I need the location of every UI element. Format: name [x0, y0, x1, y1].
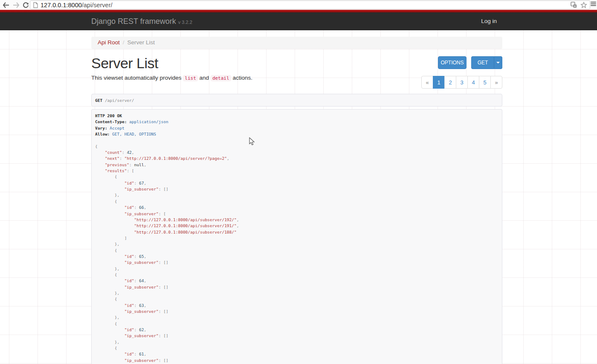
mouse-cursor: [249, 137, 255, 146]
page-description: This viewset automatically provides list…: [91, 75, 252, 81]
chevron-down-icon: [496, 62, 500, 64]
browser-menu-icon[interactable]: [591, 2, 596, 7]
options-button[interactable]: OPTIONS: [438, 56, 467, 69]
request-panel: GET /api/server/: [91, 94, 502, 107]
code-line: "http://127.0.0.1:8000/api/subserver/191…: [95, 223, 498, 229]
reload-button[interactable]: [21, 1, 30, 9]
code-line: {: [95, 248, 498, 254]
breadcrumb-current: Server List: [128, 39, 155, 46]
page-title: Server List: [91, 55, 158, 71]
code-line: "ip_subserver": []: [95, 284, 498, 290]
back-button[interactable]: [2, 1, 10, 9]
code-line: "count": 42,: [95, 150, 498, 156]
code-line: Vary: Accept: [95, 125, 498, 131]
pagination-item-2[interactable]: 2: [444, 76, 456, 89]
code-line: Content-Type: application/json: [95, 119, 498, 125]
code-line: {: [95, 174, 498, 180]
page-icon: [33, 2, 38, 8]
url-text: 127.0.0.1:8000/api/server/: [41, 2, 113, 9]
bookmark-star-icon[interactable]: [580, 2, 587, 9]
code-line: },: [95, 339, 498, 345]
code-line: "id": 63,: [95, 303, 498, 309]
code-line: {: [95, 272, 498, 278]
code-line: "ip_subserver": []: [95, 358, 498, 364]
browser-toolbar: 127.0.0.1:8000/api/server/: [0, 0, 597, 10]
login-link[interactable]: Log in: [481, 12, 497, 30]
page-action-icon[interactable]: [571, 2, 577, 8]
action-buttons: OPTIONS GET: [438, 56, 502, 69]
code-line: {: [95, 321, 498, 327]
pagination-item-3[interactable]: 3: [456, 76, 468, 89]
code-line: "id": 66,: [95, 205, 498, 211]
screen: 127.0.0.1:8000/api/server/ Django REST f…: [0, 0, 597, 364]
code-line: {: [95, 345, 498, 351]
url-path: /api/server/: [82, 2, 113, 9]
breadcrumb: Api Root/Server List: [91, 37, 502, 49]
code-line: HTTP 200 OK: [95, 113, 498, 119]
code-line: "results": [: [95, 168, 498, 174]
page-body: Api Root/Server List Server List This vi…: [0, 30, 597, 364]
code-list: list: [183, 75, 198, 81]
code-line: "id": 67,: [95, 180, 498, 186]
code-line: "id": 65,: [95, 254, 498, 260]
code-line: {: [95, 144, 498, 150]
code-detail: detail: [211, 75, 231, 81]
code-line: "ip_subserver": [: [95, 211, 498, 217]
code-line: "next": "http://127.0.0.1:8000/api/serve…: [95, 156, 498, 162]
code-line: "http://127.0.0.1:8000/api/subserver/192…: [95, 217, 498, 223]
pagination-item-1[interactable]: 1: [433, 76, 445, 89]
pagination-item-«[interactable]: «: [421, 76, 433, 89]
code-line: "id": 64,: [95, 278, 498, 284]
code-line: "ip_subserver": []: [95, 309, 498, 315]
code-line: },: [95, 241, 498, 247]
request-method: GET: [95, 98, 102, 103]
address-bar[interactable]: 127.0.0.1:8000/api/server/: [30, 0, 590, 9]
code-line: },: [95, 315, 498, 321]
response-panel: HTTP 200 OKContent-Type: application/jso…: [91, 109, 502, 364]
pagination-item-5[interactable]: 5: [479, 76, 491, 89]
pagination-item-4[interactable]: 4: [467, 76, 479, 89]
code-line: "id": 61,: [95, 351, 498, 357]
breadcrumb-api-root[interactable]: Api Root: [98, 39, 120, 46]
navbar: Django REST frameworkv 3.2.2 Log in: [0, 12, 597, 30]
code-line: "ip_subserver": []: [95, 186, 498, 192]
code-line: {: [95, 296, 498, 302]
forward-button[interactable]: [12, 1, 20, 9]
version-label: v 3.2.2: [178, 20, 192, 25]
code-line: "ip_subserver": []: [95, 260, 498, 266]
code-line: "http://127.0.0.1:8000/api/subserver/188…: [95, 229, 498, 235]
pagination: «12345»: [421, 76, 502, 89]
code-line: },: [95, 290, 498, 296]
code-line: Allow: GET, HEAD, OPTIONS: [95, 131, 498, 137]
code-line: },: [95, 192, 498, 198]
navbar-brand: Django REST frameworkv 3.2.2: [91, 12, 192, 30]
get-button[interactable]: GET: [471, 56, 494, 69]
code-line: ]: [95, 235, 498, 241]
code-line: },: [95, 266, 498, 272]
request-path: /api/server/: [102, 98, 134, 103]
code-line: [95, 137, 498, 143]
get-dropdown-button[interactable]: [494, 56, 502, 69]
code-line: {: [95, 199, 498, 205]
code-line: "id": 62,: [95, 327, 498, 333]
code-line: "previous": null,: [95, 162, 498, 168]
code-line: "ip_subserver": []: [95, 333, 498, 339]
url-host: 127.0.0.1:8000: [41, 2, 82, 9]
breadcrumb-separator: /: [123, 39, 125, 46]
pagination-item-»[interactable]: »: [490, 76, 502, 89]
